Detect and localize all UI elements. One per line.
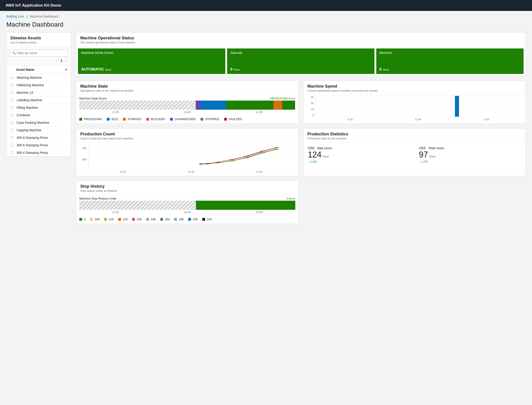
top-bar: AWS IoT Application Kit Demo	[0, 0, 532, 11]
operational-status-panel: Machine Operational Status The current o…	[76, 32, 526, 76]
radio-icon[interactable]	[10, 136, 13, 139]
asset-filter-input[interactable]	[10, 49, 68, 57]
asset-row[interactable]: Labelling Machine	[7, 96, 71, 104]
assets-subtitle: List of sitewise assets	[10, 41, 67, 44]
status-tile-value: 0None	[230, 67, 371, 72]
assets-panel: Sitewise Assets List of sitewise assets …	[6, 32, 71, 157]
machine-state-subtitle: Operational state of the machine as time…	[80, 89, 294, 92]
asset-row[interactable]: Machine 1A	[7, 89, 71, 96]
asset-table-header[interactable]: Asset Name ▼	[7, 65, 71, 74]
prodstats-title: Production Statistics	[307, 132, 521, 136]
stop-timeline-chart	[79, 201, 295, 210]
page-next-button[interactable]: ›	[66, 59, 67, 63]
asset-name: Case Packing Machine	[17, 121, 49, 124]
speed-title: Machine Speed	[307, 84, 521, 89]
state-current-value: PRODUCINGNone	[270, 97, 295, 100]
legend-item: STARVED	[123, 117, 141, 121]
speed-subtitle: Current operational speed in bottles pro…	[307, 89, 521, 92]
radio-icon[interactable]	[10, 106, 13, 109]
radio-icon[interactable]	[10, 76, 13, 79]
svg-point-7	[199, 164, 204, 165]
radio-icon[interactable]	[10, 128, 13, 132]
breadcrumb: Bottling Line ❯ Machine Dashboard	[6, 14, 526, 18]
legend-item: 220	[202, 217, 212, 221]
op-status-title: Machine Operational Status	[80, 36, 521, 40]
radio-icon[interactable]	[10, 91, 13, 94]
stat-value: 124None	[308, 150, 410, 160]
radio-icon[interactable]	[10, 121, 13, 124]
app-title: AWS IoT Application Kit Demo	[6, 3, 61, 7]
radio-icon[interactable]	[10, 114, 13, 117]
svg-point-5	[260, 151, 265, 152]
svg-point-9	[215, 163, 220, 163]
svg-point-2	[215, 162, 220, 162]
radio-icon[interactable]	[10, 83, 13, 87]
stat-title: OEE - Total count	[419, 146, 521, 150]
assets-title: Sitewise Assets	[10, 36, 67, 40]
asset-row[interactable]: 300-8 Stamping Press	[7, 134, 71, 142]
stop-title: Stop History	[80, 184, 295, 189]
trend-up-icon: ↑	[418, 160, 421, 163]
legend-item: CHANGEOVER	[170, 117, 196, 121]
svg-point-6	[274, 148, 279, 148]
status-tile-title: Starved	[230, 51, 371, 55]
page-title: Machine Dashboard	[6, 21, 526, 28]
op-status-subtitle: The current operational status of the ma…	[80, 41, 521, 44]
legend-item: 100	[90, 217, 99, 221]
asset-name: 300-6 Stamping Press	[17, 143, 48, 147]
asset-name: Combiner	[17, 113, 30, 117]
legend-item: 200	[188, 217, 198, 221]
legend-item: 150	[160, 217, 170, 221]
asset-name: Capping Machine	[17, 128, 41, 132]
asset-row[interactable]: 300-4 Stamping Press	[7, 149, 71, 156]
asset-row[interactable]: Capping Machine	[7, 127, 71, 134]
svg-point-10	[230, 161, 234, 161]
breadcrumb-current: Machine Dashboard	[30, 14, 58, 18]
legend-item: IDLE	[107, 117, 118, 121]
speed-bar-chart: 6040200 12:3512:4012:45	[307, 96, 522, 121]
radio-icon[interactable]	[10, 144, 13, 147]
status-tile: Starved0None	[227, 48, 374, 74]
sort-desc-icon: ▼	[65, 68, 67, 71]
legend-item: 110	[104, 217, 114, 221]
production-count-panel: Production Count Count of total and bad …	[76, 128, 298, 176]
chevron-right-icon: ❯	[26, 15, 28, 18]
legend-item: 0	[79, 217, 85, 221]
svg-point-11	[244, 157, 249, 158]
asset-row[interactable]: Washing Machine	[7, 74, 71, 81]
asset-column-name: Asset Name	[16, 68, 34, 71]
asset-row[interactable]: Palletizing Machine	[7, 81, 71, 89]
production-line-chart: 600400	[79, 144, 295, 173]
machine-state-panel: Machine State Operational state of the m…	[76, 81, 298, 124]
asset-name: 300-8 Stamping Press	[17, 136, 48, 140]
radio-icon[interactable]	[10, 99, 13, 102]
svg-point-3	[230, 159, 234, 160]
prodstats-subtitle: Production stats for the machine	[307, 137, 521, 140]
stop-current-value: 0None	[287, 197, 295, 200]
page-prev-button[interactable]: ‹	[56, 59, 57, 63]
stat-trend: ↑1.7%	[419, 160, 521, 163]
stat-trend: ↑2.6%	[308, 160, 410, 163]
asset-row[interactable]: 300-6 Stamping Press	[7, 142, 71, 149]
asset-row[interactable]: Case Packing Machine	[7, 119, 71, 127]
asset-name: 300-4 Stamping Press	[17, 151, 48, 155]
status-tile-value: 0None	[380, 67, 520, 72]
machine-state-title: Machine State	[80, 84, 294, 89]
legend-item: 120	[118, 217, 128, 221]
legend-item: 160	[174, 217, 184, 221]
svg-point-8	[205, 164, 210, 164]
search-icon: 🔍	[12, 51, 16, 55]
asset-name: Palletizing Machine	[17, 83, 44, 87]
legend-item: STOPPED	[201, 117, 219, 121]
radio-icon[interactable]	[10, 151, 13, 154]
state-timeline-chart	[79, 101, 295, 110]
svg-point-0	[199, 163, 204, 164]
asset-row[interactable]: Combiner	[7, 111, 71, 119]
breadcrumb-root[interactable]: Bottling Line	[6, 14, 24, 18]
status-tile-value: AUTOMATICNone	[81, 67, 222, 72]
svg-point-13	[274, 149, 279, 149]
prodcount-subtitle: Count of total and bad output from machi…	[80, 137, 294, 140]
legend-item: FAULTED	[224, 117, 242, 121]
machine-speed-panel: Machine Speed Current operational speed …	[303, 81, 526, 124]
asset-row[interactable]: Filling Machine	[7, 104, 71, 111]
